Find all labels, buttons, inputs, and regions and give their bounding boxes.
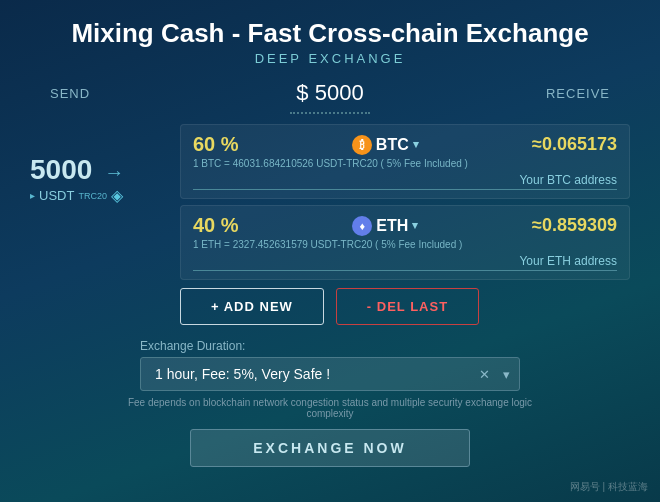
send-token-name: USDT — [39, 188, 74, 203]
main-title: Mixing Cash - Fast Cross-chain Exchange — [71, 18, 588, 49]
diamond-icon: ◈ — [111, 186, 123, 205]
eth-address-line — [193, 270, 617, 271]
sub-title: DEEP EXCHANGE — [255, 51, 406, 66]
btc-chevron-icon: ▾ — [413, 138, 419, 151]
eth-percent: 40 % — [193, 214, 239, 237]
eth-name: ETH — [376, 217, 408, 235]
eth-coin-row: 40 % ♦ ETH ▾ ≈0.859309 1 ETH = 2327.4526… — [180, 205, 630, 280]
eth-address-label: Your ETH address — [193, 254, 617, 268]
duration-select[interactable]: 1 hour, Fee: 5%, Very Safe ! 30 min, Fee… — [140, 357, 520, 391]
btc-name: BTC — [376, 136, 409, 154]
btc-coin-row: 60 % ₿ BTC ▾ ≈0.065173 1 BTC = 46031.684… — [180, 124, 630, 199]
btc-label: ₿ BTC ▾ — [352, 135, 419, 155]
duration-label: Exchange Duration: — [140, 339, 520, 353]
arrow-icon: → — [104, 161, 124, 184]
fee-note: Fee depends on blockchain network conges… — [110, 397, 550, 419]
send-amount-display: $ 5000 — [237, 80, 424, 106]
btc-icon: ₿ — [352, 135, 372, 155]
token-dot-icon: ▸ — [30, 190, 35, 201]
send-label: SEND — [50, 86, 237, 101]
watermark: 网易号 | 科技蓝海 — [570, 480, 648, 494]
eth-approx: ≈0.859309 — [532, 215, 617, 236]
eth-chevron-icon: ▾ — [412, 219, 418, 232]
eth-icon: ♦ — [352, 216, 372, 236]
main-area: 5000 → ▸ USDTTRC20 ◈ 60 % ₿ BTC ▾ ≈ — [30, 124, 630, 280]
btc-rate: 1 BTC = 46031.684210526 USDT-TRC20 ( 5% … — [193, 158, 617, 169]
exchange-now-button[interactable]: EXCHANGE NOW — [190, 429, 470, 467]
btc-address-line — [193, 189, 617, 190]
receive-label: RECEIVE — [423, 86, 610, 101]
duration-select-wrapper: 1 hour, Fee: 5%, Very Safe ! 30 min, Fee… — [140, 357, 520, 391]
send-panel: 5000 → ▸ USDTTRC20 ◈ — [30, 124, 180, 205]
receive-panel: 60 % ₿ BTC ▾ ≈0.065173 1 BTC = 46031.684… — [180, 124, 630, 280]
send-token-sup: TRC20 — [78, 191, 107, 201]
btc-approx: ≈0.065173 — [532, 134, 617, 155]
eth-rate: 1 ETH = 2327.452631579 USDT-TRC20 ( 5% F… — [193, 239, 617, 250]
send-token: ▸ USDTTRC20 ◈ — [30, 186, 123, 205]
duration-section: Exchange Duration: 1 hour, Fee: 5%, Very… — [140, 339, 520, 391]
del-last-button[interactable]: - DEL LAST — [336, 288, 479, 325]
btc-percent: 60 % — [193, 133, 239, 156]
exchange-header: SEND $ 5000 RECEIVE — [40, 80, 620, 106]
eth-label: ♦ ETH ▾ — [352, 216, 418, 236]
send-amount: 5000 — [30, 154, 92, 186]
divider — [290, 112, 370, 114]
action-buttons: + ADD NEW - DEL LAST — [30, 288, 630, 325]
btc-address-label: Your BTC address — [193, 173, 617, 187]
add-new-button[interactable]: + ADD NEW — [180, 288, 324, 325]
